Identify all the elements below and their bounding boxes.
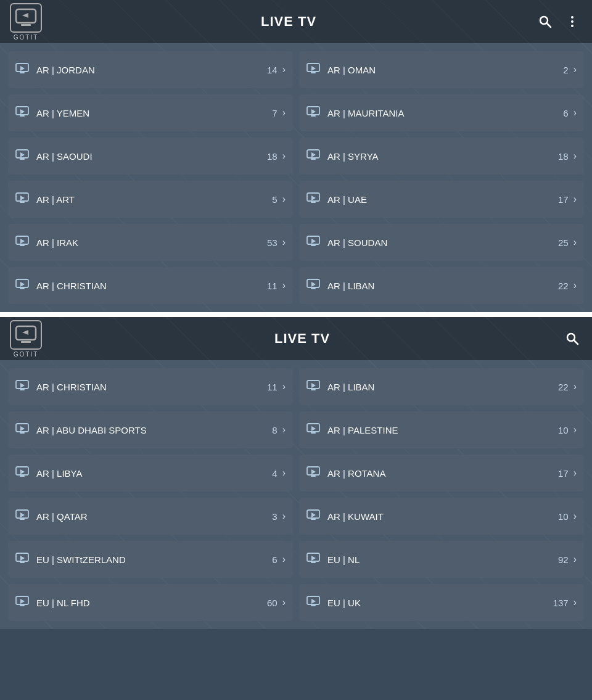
channel-count: 2 — [563, 65, 568, 75]
channel-item[interactable]: AR | CHRISTIAN 11 › — [8, 368, 293, 405]
channel-count: 10 — [558, 425, 569, 435]
svg-marker-12 — [311, 66, 316, 71]
channel-name: AR | LIBAN — [327, 382, 558, 392]
channel-item[interactable]: AR | JORDAN 14 › — [8, 51, 293, 88]
svg-rect-35 — [311, 245, 316, 246]
channel-item[interactable]: AR | QATAR 3 › — [8, 498, 293, 535]
svg-rect-23 — [311, 159, 316, 160]
svg-marker-21 — [20, 152, 25, 157]
channel-item[interactable]: AR | ART 5 › — [8, 181, 293, 218]
channel-item[interactable]: EU | NL 92 › — [299, 541, 584, 578]
channel-name: EU | NL FHD — [36, 598, 267, 608]
logo-box — [10, 3, 42, 33]
channel-count: 18 — [558, 151, 569, 162]
channel-item[interactable]: AR | KUWAIT 10 › — [299, 498, 584, 535]
tv-icon — [15, 149, 29, 163]
tv-icon — [15, 596, 29, 610]
svg-rect-81 — [311, 605, 316, 606]
tv-icon — [15, 380, 29, 394]
search-button-2[interactable] — [562, 329, 582, 348]
channel-count: 53 — [267, 237, 278, 248]
tv-icon — [15, 279, 29, 293]
channel-name: AR | ABU DHABI SPORTS — [36, 425, 272, 435]
chevron-right-icon: › — [574, 64, 577, 75]
tv-icon — [306, 279, 320, 293]
search-icon — [538, 14, 553, 29]
channel-count: 8 — [272, 425, 277, 435]
channel-name: AR | SOUDAN — [327, 237, 558, 248]
svg-rect-57 — [311, 432, 316, 434]
channel-item[interactable]: AR | SAOUDI 18 › — [8, 138, 293, 175]
logo-2: GOTIT — [10, 320, 42, 358]
channel-name: AR | ROTANA — [327, 468, 558, 479]
chevron-right-icon: › — [574, 280, 577, 291]
chevron-right-icon: › — [282, 511, 286, 522]
chevron-right-icon: › — [574, 424, 577, 435]
channel-count: 14 — [267, 65, 278, 75]
screen-2: GOTIT LIVE TV AR | CHRISTIAN 11 › — [0, 317, 592, 629]
channel-item[interactable]: AR | CHRISTIAN 11 › — [8, 267, 293, 304]
channel-item[interactable]: AR | IRAK 53 › — [8, 224, 293, 261]
channel-name: AR | OMAN — [327, 65, 563, 75]
menu-button[interactable] — [562, 12, 582, 31]
channel-item[interactable]: EU | NL FHD 60 › — [8, 584, 293, 621]
svg-rect-54 — [20, 432, 25, 434]
channel-item[interactable]: AR | YEMEN 7 › — [8, 94, 293, 131]
chevron-right-icon: › — [574, 237, 577, 248]
channel-item[interactable]: AR | MAURITANIA 6 › — [299, 94, 584, 131]
channel-count: 6 — [563, 108, 568, 118]
channel-item[interactable]: AR | LIBYA 4 › — [8, 455, 293, 492]
logo: GOTIT — [10, 3, 42, 41]
tv-icon — [306, 149, 320, 163]
chevron-right-icon: › — [282, 150, 286, 162]
channel-name: AR | ART — [36, 194, 272, 205]
channel-item[interactable]: AR | UAE 17 › — [299, 181, 584, 218]
tv-icon — [306, 423, 320, 437]
svg-marker-67 — [20, 513, 25, 517]
svg-marker-61 — [20, 469, 25, 474]
channel-item[interactable]: AR | LIBAN 22 › — [299, 267, 584, 304]
svg-line-46 — [574, 340, 578, 345]
channel-item[interactable]: EU | UK 137 › — [299, 584, 584, 621]
svg-marker-55 — [20, 426, 25, 431]
chevron-right-icon: › — [282, 424, 286, 435]
channel-count: 22 — [558, 281, 569, 291]
svg-marker-18 — [311, 109, 316, 114]
chevron-right-icon: › — [574, 194, 577, 205]
chevron-right-icon: › — [574, 511, 577, 522]
svg-rect-51 — [311, 389, 316, 390]
channel-item[interactable]: AR | OMAN 2 › — [299, 51, 584, 88]
menu-icon — [565, 14, 580, 29]
channel-item[interactable]: AR | SOUDAN 25 › — [299, 224, 584, 261]
channel-name: AR | QATAR — [36, 511, 272, 522]
svg-rect-11 — [311, 72, 316, 73]
channel-name: AR | CHRISTIAN — [36, 281, 267, 291]
channel-item[interactable]: AR | ROTANA 17 › — [299, 455, 584, 492]
svg-marker-64 — [311, 469, 316, 474]
channel-name: AR | SAOUDI — [36, 151, 267, 162]
tv-icon — [15, 106, 29, 120]
svg-rect-8 — [20, 72, 25, 73]
channel-name: EU | NL — [327, 554, 558, 565]
channel-item[interactable]: AR | PALESTINE 10 › — [299, 411, 584, 448]
tv-icon — [15, 192, 29, 207]
channel-item[interactable]: EU | SWITtZERLAND 6 › — [8, 541, 293, 578]
svg-rect-38 — [20, 288, 25, 289]
channel-item[interactable]: AR | ABU DHABI SPORTS 8 › — [8, 411, 293, 448]
svg-marker-79 — [20, 599, 25, 604]
channel-name: AR | IRAK — [36, 237, 267, 248]
logo-icon-2 — [15, 324, 37, 346]
chevron-right-icon: › — [282, 597, 286, 608]
channel-count: 11 — [267, 281, 278, 291]
logo-text: GOTIT — [14, 34, 39, 41]
channel-count: 17 — [558, 468, 569, 479]
channel-item[interactable]: AR | LIBAN 22 › — [299, 368, 584, 405]
chevron-right-icon: › — [282, 237, 286, 248]
tv-icon — [306, 553, 320, 567]
channel-item[interactable]: AR | SYRYA 18 › — [299, 138, 584, 175]
svg-rect-72 — [20, 562, 25, 563]
tv-icon — [15, 423, 29, 437]
search-button[interactable] — [535, 12, 555, 31]
svg-line-3 — [547, 23, 551, 28]
chevron-right-icon: › — [574, 467, 577, 479]
